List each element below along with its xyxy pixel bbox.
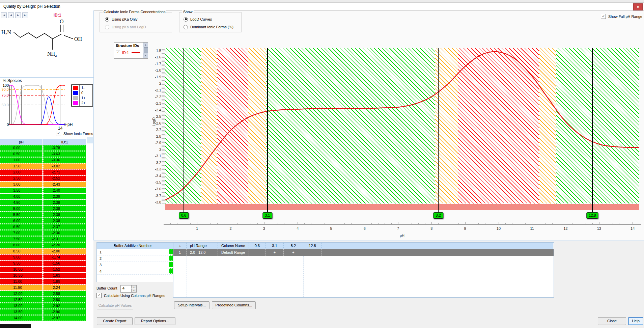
first-structure-button[interactable]: |◀ (1, 12, 7, 18)
ph-cell: 11.50 (0, 285, 43, 291)
radio-row: Dominant Ionic Forms (%) (184, 25, 233, 29)
close-button[interactable]: Close (598, 317, 626, 325)
x-major-tick (264, 222, 264, 224)
column-header-pH Range[interactable]: pH Range (187, 243, 218, 249)
setup-intervals-button[interactable]: Setup Intervals... (174, 301, 209, 309)
ph-table-row: 9.50-1.56 (0, 261, 93, 266)
val-0.6[interactable]: – (249, 249, 266, 256)
ph-cell: 13.50 (0, 309, 43, 315)
x-minor-tick (485, 223, 485, 224)
x-tick-label: 2 (226, 226, 236, 230)
x-minor-tick (204, 223, 204, 224)
stepper-up-icon[interactable]: ▲ (131, 285, 136, 289)
show-ionic-forms-checkbox[interactable] (56, 131, 61, 136)
out-of-range-bar (165, 204, 639, 210)
scroll-up-icon[interactable]: ▲ (143, 43, 148, 47)
help-button[interactable]: Help (628, 317, 643, 325)
ph-cell: 3.50 (0, 188, 43, 193)
last-structure-button[interactable]: ▶| (22, 12, 28, 18)
ph-cell: 0.50 (0, 151, 43, 157)
calc-using-columns-checkbox[interactable] (96, 293, 102, 298)
ph-table-row: 13.50-2.96 (0, 309, 93, 315)
id-column-header: ID:1 (43, 139, 86, 145)
id1-checkbox[interactable] (116, 51, 120, 55)
ph-cell: 9.00 (0, 254, 43, 260)
predefined-columns-button[interactable]: Predefined Columns... (212, 301, 256, 309)
radio-row: Using pKa Only (105, 17, 138, 22)
x-axis-title: pH (397, 234, 407, 238)
ph-table-row: 4.50-2.38 (0, 200, 93, 206)
dominant-ionic-forms-radio[interactable] (184, 25, 188, 29)
buffer-ph-box-3.1[interactable]: 3.1 (262, 212, 272, 219)
empty-column-header (87, 137, 93, 143)
x-major-tick (633, 222, 633, 224)
buffer-count-stepper[interactable]: 4 ▲ ▼ (120, 285, 137, 293)
show-full-ph-range-checkbox[interactable] (601, 14, 606, 19)
buffer-ph-box-8.2[interactable]: 8.2 (433, 212, 443, 219)
x-minor-tick (572, 223, 572, 224)
logd-cell: -2.96 (43, 309, 86, 315)
buffer-number-cell: 1 (97, 249, 169, 255)
logd-cell: -2.97 (43, 315, 86, 321)
sort-icon[interactable]: ▲ (173, 243, 187, 249)
prev-structure-button[interactable]: ◀ (8, 12, 14, 18)
x-tick-label: 7 (393, 226, 403, 230)
show-ionic-forms-row: Show Ionic Forms (56, 131, 93, 136)
ph-range-cell[interactable]: 2.0 - 12.0 (187, 249, 218, 256)
y-tick-label: -3.1 (147, 154, 161, 158)
ph-table-row: 0.00-3.78 (0, 145, 93, 151)
stepper-down-icon[interactable]: ▼ (131, 289, 136, 292)
val-12.8[interactable]: – (303, 249, 322, 256)
using-pka-only-radio[interactable] (105, 17, 109, 22)
column-name-cell[interactable]: Default Range (218, 249, 249, 256)
y-tick-label: -1.8 (147, 68, 161, 72)
x-minor-tick (177, 223, 177, 224)
report-options-button[interactable]: Report Options... (135, 317, 175, 325)
svg-text:50.0: 50.0 (2, 103, 9, 107)
buffer-ph-box-12.8[interactable]: 12.8 (586, 212, 598, 219)
x-minor-tick (257, 223, 258, 224)
column-header-0.6[interactable]: 0.6 (249, 243, 266, 249)
x-tick-label: 3 (259, 226, 269, 230)
x-major-tick (231, 222, 231, 224)
x-tick-label: 5 (326, 226, 336, 230)
svg-text:100: 100 (3, 83, 9, 87)
qbd-ph-selection-dialog: Quality by Design: pH Selection x |◀ ◀ ▶… (0, 0, 644, 328)
svg-text:1-: 1- (81, 86, 85, 90)
calculate-ph-values-button: Calculate pH Values (97, 302, 133, 309)
x-tick-label: 4 (292, 226, 303, 230)
x-tick-label: 12 (561, 226, 571, 230)
radio-row: LogD Curves (184, 17, 212, 22)
buffer-line-0.6 (184, 48, 184, 216)
logd-curves-radio[interactable] (184, 17, 188, 22)
y-tick-label: -2.3 (147, 101, 161, 105)
create-report-button[interactable]: Create Report (97, 317, 133, 325)
range-table-row[interactable]: 12.0 - 12.0Default Range–++– (173, 249, 554, 256)
buffer-ph-box-0.6[interactable]: 0.6 (179, 212, 189, 219)
y-tick-label: -2 (147, 81, 161, 85)
val-8.2[interactable]: + (284, 249, 303, 256)
ph-cell: 13.00 (0, 303, 43, 309)
ph-table-row: 13.00-2.92 (0, 303, 93, 309)
next-structure-button[interactable]: ▶ (15, 12, 21, 18)
show-full-ph-range-label: Show Full pH Range (608, 15, 642, 19)
column-header-12.8[interactable]: 12.8 (303, 243, 322, 249)
val-3.1[interactable]: + (266, 249, 284, 256)
column-header-8.2[interactable]: 8.2 (284, 243, 303, 249)
x-minor-tick (626, 223, 626, 224)
logd-cell: -2.43 (43, 182, 86, 187)
close-icon[interactable]: x (633, 3, 643, 10)
logd-cell: -2.71 (43, 169, 86, 175)
column-ranges-body: 12.0 - 12.0Default Range–++– (173, 249, 554, 256)
x-major-tick (532, 222, 532, 224)
y-tick-label: -2.2 (147, 95, 161, 99)
y-tick-label: -1.9 (147, 75, 161, 79)
row-number[interactable]: 1 (173, 249, 187, 256)
column-header-Column Name[interactable]: Column Name (218, 243, 249, 249)
column-ranges-table: ▲pH RangeColumn Name0.63.18.212.8 12.0 -… (173, 242, 554, 298)
ph-cell: 1.00 (0, 157, 43, 163)
logd-cell: -1.74 (43, 254, 86, 260)
x-minor-tick (505, 223, 506, 224)
column-header-3.1[interactable]: 3.1 (266, 243, 284, 249)
structure-navigator: |◀ ◀ ▶ ▶| (1, 12, 28, 18)
